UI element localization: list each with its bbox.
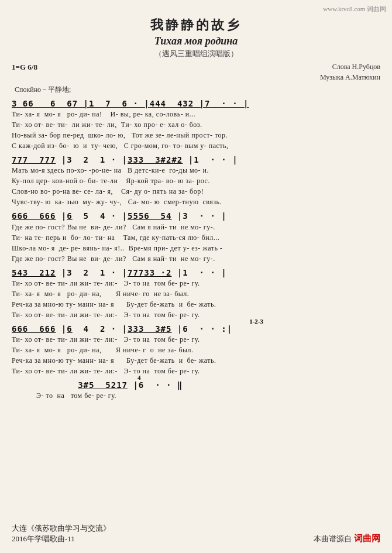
footer-left: 大连《俄苏歌曲学习与交流》 2016年学唱歌曲-11	[12, 523, 111, 544]
lyric-2-4: Чувс-тву- ю ка- зью му- жу- чу-, Са- мо-…	[12, 197, 380, 207]
lyric-4-1: Ти- хо от- ве- ти- ли жи- те- ли:- Э- то…	[12, 278, 380, 288]
lyric-4-3: Реч-ка за мно-ю ту- манн- на- я Бу-дет б…	[12, 299, 380, 310]
credits: Слова Н.Рубцов Музыка А.Матюхин	[320, 61, 380, 83]
lyric-4-2: Ти- ха- я мо- я ро- ди- на, Я ниче- го н…	[12, 288, 380, 299]
credits-line2: Музыка А.Матюхин	[320, 72, 380, 83]
repeat-label-4: 4	[137, 374, 141, 381]
lyric-1-4: С каж-дой из- бо- ю и ту- чею, С гро-мом…	[12, 140, 380, 151]
notation-6: 3#5 5217 |6 · · ‖	[12, 380, 380, 390]
subtitle: （遇风三重唱组演唱版）	[12, 49, 380, 59]
section-5: 1-2-3 666 666 |6 4 2 · |333 3#5 |6 · · :…	[12, 324, 380, 376]
footer-center: 本曲谱源自	[314, 534, 352, 544]
watermark-top: www.ktvc8.com 词曲网	[323, 5, 386, 13]
title-cn: 我静静的故乡	[12, 16, 380, 34]
title-ru: Тихая моя родина	[12, 35, 380, 47]
lyric-2-3: Слов-но во- ро-на ве- се- ла- я, Ся- ду …	[12, 186, 380, 197]
lyric-5-1: Ти- хо от- ве- ти- ли жи- те- ли:- Э- то…	[12, 334, 380, 345]
lyric-1-1: Ти- ха- я мо- я ро- ди- на! И- вы, ре- к…	[12, 109, 380, 119]
notation-5: 666 666 |6 4 2 · |333 3#5 |6 · · :|	[12, 324, 380, 334]
key-signature: 1=G 6/8	[12, 61, 37, 72]
lyric-3-3: Шко-ла мо- я де- ре- вянь- на- я!.. Вре-…	[12, 243, 380, 253]
notation-4: 543 212 |3 2 1 · |77733 ·2 |1 · · |	[12, 267, 380, 278]
notation-3: 666 666 |6 5 4 · |5556 54 |3 · · |	[12, 211, 380, 221]
section-4: 543 212 |3 2 1 · |77733 ·2 |1 · · | Ти- …	[12, 267, 380, 320]
section-3: 666 666 |6 5 4 · |5556 54 |3 · · | Где ж…	[12, 211, 380, 263]
section-1: 3 66 6 67 |1 7 6 · |444 432 |7 · · | Ти-…	[12, 98, 380, 151]
lyric-6-1: Э- то на том бе- ре- гу.	[12, 390, 380, 401]
notation-2: 777 777 |3 2 1 · |333 3#2#2 |1 · · |	[12, 154, 380, 165]
lyric-2-2: Ку-пол цер- ков-ной о- би- те-ли Яр-кой …	[12, 176, 380, 186]
page: www.ktvc8.com 词曲网 我静静的故乡 Тихая моя родин…	[0, 0, 392, 553]
footer-right-area: 本曲谱源自 词曲网	[314, 533, 380, 544]
lyric-1-2: Ти- хо от- ве- ти- ли жи- те- ли, Ти- хо…	[12, 119, 380, 130]
repeat-label-123: 1-2-3	[249, 318, 263, 325]
footer-left-line1: 大连《俄苏歌曲学习与交流》	[12, 523, 111, 534]
section-6: 4 3#5 5217 |6 · · ‖ Э- то на том бе- ре-…	[12, 380, 380, 401]
notation-1: 3 66 6 67 |1 7 6 · |444 432 |7 · · |	[12, 98, 380, 109]
lyric-5-4: Ти- хо от- ве- ти- ли жи- те- ли:- Э- то…	[12, 366, 380, 376]
lyric-3-1: Где же по- гост? Вы не ви- де- ли? Сам я…	[12, 222, 380, 232]
credits-line1: Слова Н.Рубцов	[320, 61, 380, 72]
tempo: Спокйно－平静地;	[12, 85, 380, 95]
section-2: 777 777 |3 2 1 · |333 3#2#2 |1 · · | Мат…	[12, 154, 380, 207]
footer-left-line2: 2016年学唱歌曲-11	[12, 534, 111, 544]
footer-right: 词曲网	[354, 533, 380, 544]
lyric-1-3: Но-вый за- бор пе-ред шко- ло- ю, Тот же…	[12, 130, 380, 140]
lyric-5-3: Реч-ка за мно-ю ту- манн- на- я Бу-дет б…	[12, 355, 380, 366]
lyric-3-2: Ти- на те- перь и бо- ло- ти- на Там, гд…	[12, 232, 380, 243]
lyric-2-1: Мать мо-я здесь по-хо- -ро-не- на В детс…	[12, 165, 380, 176]
score-area: 3 66 6 67 |1 7 6 · |444 432 |7 · · | Ти-…	[12, 98, 380, 401]
lyric-5-2: Ти- ха- я мо- я ро- ди- на, Я ниче- г о …	[12, 345, 380, 355]
lyric-4-4: Ти- хо от- ве- ти- ли жи- те- ли:- Э- то…	[12, 310, 380, 320]
lyric-3-4: Где же по- гост? Вы не ви- де- ли? Сам я…	[12, 253, 380, 264]
